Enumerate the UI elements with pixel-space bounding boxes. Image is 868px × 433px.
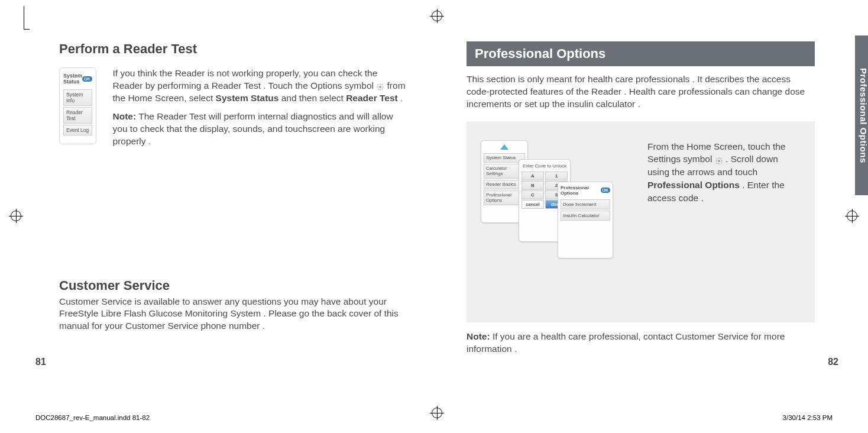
- device-title: Professional Options: [561, 185, 601, 196]
- page-number: 82: [828, 357, 838, 367]
- footer-timestamp: 3/30/14 2:53 PM: [783, 414, 833, 421]
- bold-text: Reader Test: [346, 93, 398, 103]
- registration-mark-icon: [432, 11, 442, 21]
- customer-service-section: Customer Service Customer Service is ava…: [59, 278, 407, 333]
- text: If you are a health care professional, c…: [467, 331, 785, 354]
- keypad-key: A: [522, 172, 544, 180]
- keypad-title: Enter Code to Unlock: [520, 162, 569, 171]
- svg-rect-4: [383, 86, 384, 87]
- svg-rect-16: [720, 158, 721, 159]
- svg-rect-10: [718, 158, 719, 159]
- bold-text: System Status: [216, 93, 279, 103]
- gear-icon: [715, 156, 723, 164]
- ok-badge: OK: [601, 188, 611, 193]
- text: The Reader Test will perform internal di…: [113, 111, 393, 146]
- svg-rect-5: [377, 84, 378, 85]
- footer-doc-id: DOC28687_rev-E_manual.indd 81-82: [35, 414, 150, 421]
- device-menu-item: Reader Test: [63, 107, 92, 124]
- svg-rect-13: [721, 161, 722, 161]
- triangle-up-icon: [500, 144, 509, 150]
- svg-rect-6: [382, 88, 383, 89]
- text: If you think the Reader is not working p…: [113, 68, 378, 91]
- side-tab: Professional Options: [855, 35, 868, 195]
- device-menu-item: Event Log: [63, 125, 92, 135]
- crop-mark: [24, 6, 30, 30]
- svg-rect-1: [380, 83, 381, 85]
- page-number: 81: [35, 357, 46, 367]
- subsection-heading: Customer Service: [59, 278, 407, 293]
- registration-mark-icon: [847, 211, 857, 221]
- device-screenshot-system-status: System Status OK System Info Reader Test…: [59, 67, 96, 144]
- keypad-key: 1: [545, 172, 568, 180]
- section-heading: Perform a Reader Test: [59, 41, 407, 57]
- note-label: Note:: [467, 331, 490, 341]
- page-right: Professional Options This section is onl…: [443, 35, 833, 356]
- svg-rect-7: [381, 84, 383, 85]
- device-menu-item: Dose Increment: [561, 199, 610, 209]
- registration-mark-icon: [11, 211, 21, 221]
- text: and then select: [281, 93, 346, 103]
- svg-rect-12: [715, 161, 717, 161]
- device-screenshot-professional-options: Professional Options OK Dose Increment I…: [558, 182, 613, 258]
- text: Customer Service is available to answer …: [59, 296, 407, 333]
- svg-rect-15: [720, 163, 721, 164]
- svg-rect-3: [377, 86, 378, 87]
- device-screenshot-stack: System Status Calculator Settings Reader…: [481, 140, 623, 270]
- svg-rect-14: [716, 159, 717, 160]
- ok-badge: OK: [82, 76, 92, 82]
- device-title: System Status: [63, 73, 82, 85]
- svg-rect-11: [718, 163, 719, 164]
- instruction-text: From the Home Screen, touch the Settings…: [647, 140, 801, 287]
- keypad-cancel: cancel: [522, 200, 544, 209]
- instruction-text: If you think the Reader is not working p…: [113, 67, 407, 154]
- device-menu-item: Insulin Calculator: [561, 211, 610, 221]
- illustration-block: System Status Calculator Settings Reader…: [467, 121, 815, 322]
- gear-icon: [376, 82, 384, 91]
- device-menu-item: System Info: [63, 89, 92, 106]
- bold-text: Professional Options: [647, 180, 740, 190]
- svg-rect-8: [378, 89, 379, 90]
- keypad-key: C: [522, 190, 544, 199]
- intro-text: This section is only meant for health ca…: [467, 73, 815, 111]
- svg-point-9: [718, 160, 720, 162]
- note-label: Note:: [113, 111, 137, 121]
- svg-rect-17: [716, 163, 717, 164]
- print-footer: DOC28687_rev-E_manual.indd 81-82 3/30/14…: [35, 414, 833, 421]
- keypad-key: B: [522, 181, 544, 190]
- section-header-bar: Professional Options: [467, 41, 815, 66]
- svg-rect-2: [380, 89, 381, 90]
- svg-point-0: [379, 86, 381, 88]
- page-left: Perform a Reader Test System Status OK S…: [35, 35, 425, 356]
- text: .: [400, 93, 403, 103]
